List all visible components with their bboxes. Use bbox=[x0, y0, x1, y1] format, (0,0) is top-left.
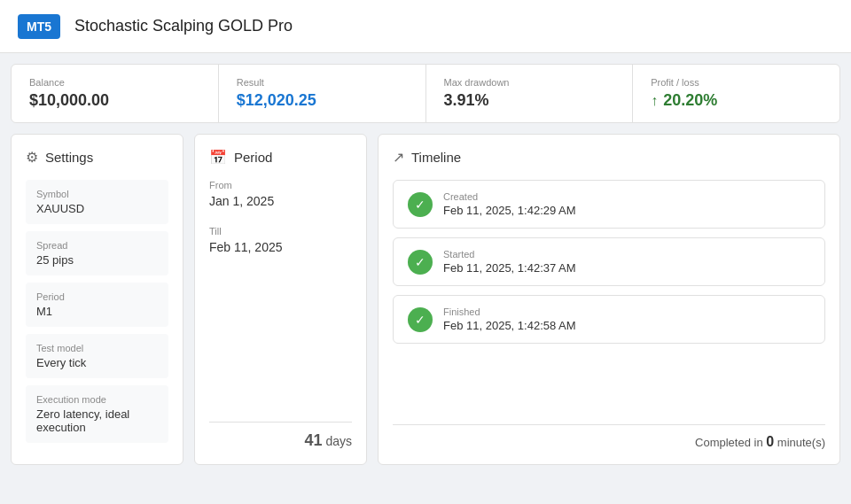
drawdown-label: Max drawdown bbox=[444, 77, 615, 88]
timeline-info-started: Started Feb 11, 2025, 1:42:37 AM bbox=[443, 249, 576, 275]
timeline-item-created: ✓ Created Feb 11, 2025, 1:42:29 AM bbox=[393, 180, 825, 229]
setting-execution-mode: Execution mode Zero latency, ideal execu… bbox=[26, 385, 168, 443]
calendar-icon: 📅 bbox=[209, 149, 227, 166]
settings-fields: Symbol XAUUSD Spread 25 pips Period M1 T… bbox=[26, 180, 168, 443]
from-label: From bbox=[209, 180, 352, 190]
settings-icon: ⚙ bbox=[26, 149, 38, 166]
balance-label: Balance bbox=[29, 77, 200, 88]
period-till-field: Till Feb 11, 2025 bbox=[209, 226, 352, 254]
timeline-item-started: ✓ Started Feb 11, 2025, 1:42:37 AM bbox=[393, 237, 825, 286]
till-label: Till bbox=[209, 226, 352, 236]
till-value: Feb 11, 2025 bbox=[209, 240, 352, 254]
app-container: MT5 Stochastic Scalping GOLD Pro Balance… bbox=[0, 0, 851, 504]
created-time: Feb 11, 2025, 1:42:29 AM bbox=[443, 204, 576, 217]
timeline-title: Timeline bbox=[411, 150, 461, 165]
completed-label: Completed in bbox=[695, 436, 763, 449]
drawdown-value: 3.91% bbox=[444, 91, 615, 110]
setting-test-model: Test model Every tick bbox=[26, 334, 168, 378]
setting-spread: Spread 25 pips bbox=[26, 231, 168, 275]
stat-balance: Balance $10,000.00 bbox=[12, 65, 219, 122]
period-from-field: From Jan 1, 2025 bbox=[209, 180, 352, 208]
result-label: Result bbox=[237, 77, 408, 88]
timeline-icon: ↗ bbox=[393, 149, 404, 166]
timeline-info-created: Created Feb 11, 2025, 1:42:29 AM bbox=[443, 191, 576, 217]
test-model-val: Every tick bbox=[36, 356, 158, 369]
period-header: 📅 Period bbox=[209, 149, 352, 166]
execution-mode-key: Execution mode bbox=[36, 394, 158, 405]
completed-value: 0 bbox=[766, 434, 774, 449]
timeline-item-finished: ✓ Finished Feb 11, 2025, 1:42:58 AM bbox=[393, 295, 825, 344]
timeline-footer: Completed in 0 minute(s) bbox=[393, 424, 825, 450]
profit-value: 20.20% bbox=[663, 91, 717, 110]
spread-key: Spread bbox=[36, 240, 158, 251]
execution-mode-val: Zero latency, ideal execution bbox=[36, 407, 158, 434]
check-created-icon: ✓ bbox=[408, 192, 433, 217]
days-count: 41 bbox=[305, 431, 323, 449]
created-label: Created bbox=[443, 191, 576, 202]
settings-panel: ⚙ Settings Symbol XAUUSD Spread 25 pips … bbox=[11, 134, 183, 465]
mt5-badge: MT5 bbox=[18, 14, 60, 39]
stat-result: Result $12,020.25 bbox=[219, 65, 426, 122]
test-model-key: Test model bbox=[36, 343, 158, 353]
period-title: Period bbox=[234, 150, 272, 165]
page-title: Stochastic Scalping GOLD Pro bbox=[74, 17, 293, 35]
setting-period: Period M1 bbox=[26, 283, 168, 327]
completed-unit: minute(s) bbox=[777, 436, 825, 449]
period-panel: 📅 Period From Jan 1, 2025 Till Feb 11, 2… bbox=[194, 134, 367, 465]
finished-time: Feb 11, 2025, 1:42:58 AM bbox=[443, 319, 576, 332]
symbol-key: Symbol bbox=[36, 189, 158, 199]
timeline-header: ↗ Timeline bbox=[393, 149, 825, 166]
period-val: M1 bbox=[36, 305, 158, 318]
profit-label: Profit / loss bbox=[651, 77, 822, 88]
stat-profit: Profit / loss ↑ 20.20% bbox=[633, 65, 839, 122]
result-value: $12,020.25 bbox=[237, 91, 408, 110]
symbol-val: XAUUSD bbox=[36, 202, 158, 215]
from-value: Jan 1, 2025 bbox=[209, 194, 352, 208]
finished-label: Finished bbox=[443, 306, 576, 317]
setting-symbol: Symbol XAUUSD bbox=[26, 180, 168, 224]
header: MT5 Stochastic Scalping GOLD Pro bbox=[0, 0, 851, 53]
timeline-panel: ↗ Timeline ✓ Created Feb 11, 2025, 1:42:… bbox=[378, 134, 840, 465]
days-label: days bbox=[325, 434, 352, 448]
main-content: ⚙ Settings Symbol XAUUSD Spread 25 pips … bbox=[0, 134, 851, 476]
timeline-info-finished: Finished Feb 11, 2025, 1:42:58 AM bbox=[443, 306, 576, 332]
check-started-icon: ✓ bbox=[408, 250, 433, 275]
period-key: Period bbox=[36, 291, 158, 302]
check-finished-icon: ✓ bbox=[408, 307, 433, 332]
started-time: Feb 11, 2025, 1:42:37 AM bbox=[443, 261, 576, 275]
profit-row: ↑ 20.20% bbox=[651, 91, 822, 110]
started-label: Started bbox=[443, 249, 576, 260]
period-footer: 41 days bbox=[209, 422, 352, 450]
period-content: From Jan 1, 2025 Till Feb 11, 2025 bbox=[209, 180, 352, 422]
timeline-content: ✓ Created Feb 11, 2025, 1:42:29 AM ✓ Sta… bbox=[393, 180, 825, 424]
balance-value: $10,000.00 bbox=[29, 91, 200, 110]
spread-val: 25 pips bbox=[36, 253, 158, 267]
stats-bar: Balance $10,000.00 Result $12,020.25 Max… bbox=[11, 64, 840, 123]
stat-drawdown: Max drawdown 3.91% bbox=[426, 65, 634, 122]
profit-arrow-icon: ↑ bbox=[651, 93, 658, 109]
settings-title: Settings bbox=[45, 150, 93, 165]
settings-header: ⚙ Settings bbox=[26, 149, 168, 166]
